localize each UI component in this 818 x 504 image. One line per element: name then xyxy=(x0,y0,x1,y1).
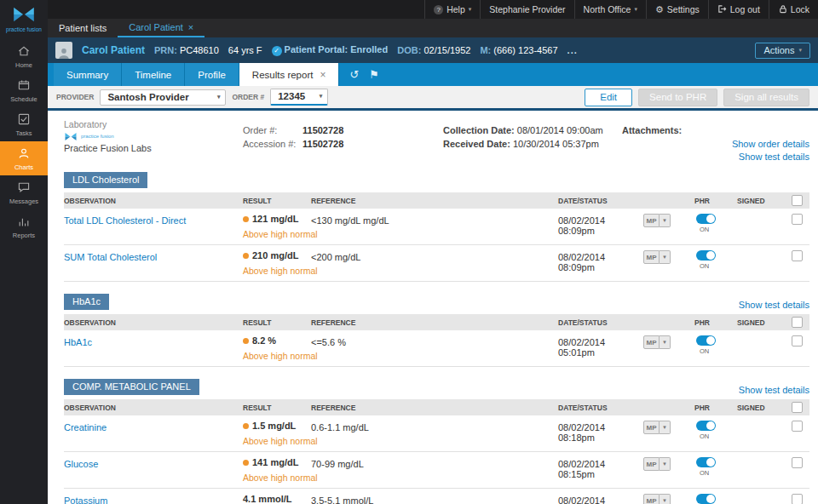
select-all-checkbox[interactable] xyxy=(792,317,803,328)
tab-label: Summary xyxy=(66,70,108,80)
sidebar-item-label: Messages xyxy=(0,198,48,205)
table-header: OBSERVATION RESULT REFERENCE DATE/STATUS… xyxy=(64,399,809,415)
observation-link[interactable]: Glucose xyxy=(64,459,98,469)
col-signed: SIGNED xyxy=(737,318,788,327)
patient-name[interactable]: Carol Patient xyxy=(82,44,145,56)
messages-icon xyxy=(17,186,31,196)
phr-toggle[interactable] xyxy=(696,335,716,346)
logout-button[interactable]: Log out xyxy=(708,0,769,19)
mp-button[interactable]: MP▼ xyxy=(643,250,694,264)
mp-button[interactable]: MP▼ xyxy=(643,494,694,504)
mp-button[interactable]: MP▼ xyxy=(643,421,694,434)
flag-icon[interactable]: ⚑ xyxy=(369,68,379,81)
patient-age-sex: 64 yrs F xyxy=(228,45,262,55)
results-toolbar: PROVIDER Santosh Provider ▾ ORDER # 1234… xyxy=(48,86,818,111)
show-order-details-link[interactable]: Show order details xyxy=(732,138,809,151)
table-row: Potassium 4.1 mmol/L 3.5-5.1 mmol/L 08/0… xyxy=(64,489,809,504)
observation-link[interactable]: SUM Total Cholesterol xyxy=(64,252,157,262)
order-number-label: ORDER # xyxy=(232,93,264,101)
sidebar-item-charts[interactable]: Charts xyxy=(0,141,48,175)
provider-select[interactable]: Santosh Provider ▾ xyxy=(100,89,226,106)
history-icon[interactable]: ↺ xyxy=(349,68,359,81)
row-checkbox[interactable] xyxy=(792,421,803,432)
sidebar-item-schedule[interactable]: Schedule xyxy=(0,73,48,107)
show-test-details-link[interactable]: Show test details xyxy=(732,151,809,163)
sidebar-item-home[interactable]: Home xyxy=(0,39,48,73)
col-signed: SIGNED xyxy=(737,404,788,412)
abnormal-dot-icon xyxy=(243,423,249,429)
edit-button[interactable]: Edit xyxy=(585,89,632,106)
section-title-badge: COMP. METABOLIC PANEL xyxy=(64,379,199,395)
more-button[interactable]: ... xyxy=(567,45,578,55)
reference-range: <=5.6 % xyxy=(311,335,558,347)
phr-toggle[interactable] xyxy=(696,421,716,431)
row-checkbox[interactable] xyxy=(792,214,803,225)
home-icon xyxy=(17,49,31,60)
result-value: 8.2 % xyxy=(252,335,276,346)
close-icon[interactable]: × xyxy=(188,22,193,32)
result-value: 1.5 mg/dL xyxy=(252,421,296,431)
row-checkbox[interactable] xyxy=(792,457,803,468)
col-phr: PHR xyxy=(694,318,737,327)
tab-timeline[interactable]: Timeline xyxy=(122,63,185,86)
results-content: Laboratory practice fusion Practice Fusi… xyxy=(48,111,818,504)
reference-range: <200 mg/dL xyxy=(311,250,558,262)
order-number-select[interactable]: 12345 ▾ xyxy=(270,89,328,106)
lab-identity: Laboratory practice fusion Practice Fusi… xyxy=(64,119,234,153)
tab-patient-lists[interactable]: Patient lists xyxy=(48,19,118,37)
chevron-down-icon: ▾ xyxy=(320,93,323,100)
help-icon: ? xyxy=(434,5,443,14)
abnormal-dot-icon xyxy=(243,460,249,466)
observation-link[interactable]: Total LDL Cholesterol - Direct xyxy=(64,215,186,226)
settings-label: Settings xyxy=(667,4,700,14)
observation-link[interactable]: Potassium xyxy=(64,495,107,504)
table-header: OBSERVATION RESULT REFERENCE DATE/STATUS… xyxy=(64,192,809,209)
row-checkbox[interactable] xyxy=(792,335,803,346)
settings-button[interactable]: ⚙ Settings xyxy=(646,0,708,19)
select-all-checkbox[interactable] xyxy=(792,195,803,206)
office-selector[interactable]: North Office ▾ xyxy=(574,0,646,19)
phr-toggle[interactable] xyxy=(696,457,716,467)
reference-range: 3.5-5.1 mmol/L xyxy=(311,494,558,504)
date-status: 08/02/2014 05:01pm xyxy=(558,335,643,358)
sidebar-item-label: Tasks xyxy=(0,129,48,137)
sidebar-item-tasks[interactable]: Tasks xyxy=(0,107,48,141)
detail-links: Show order details Show test details xyxy=(732,138,809,163)
current-user[interactable]: Stephanie Provider xyxy=(480,0,573,19)
tab-carol-patient[interactable]: Carol Patient × xyxy=(118,19,204,37)
phr-toggle[interactable] xyxy=(696,250,716,261)
row-checkbox[interactable] xyxy=(792,250,803,261)
select-all-checkbox[interactable] xyxy=(792,402,803,413)
check-circle-icon: ✓ xyxy=(272,46,282,56)
show-test-details-link[interactable]: Show test details xyxy=(739,300,809,310)
mp-button[interactable]: MP▼ xyxy=(643,457,694,471)
close-icon[interactable]: × xyxy=(320,69,325,81)
portal-label: Patient Portal: Enrolled xyxy=(285,44,389,54)
phr-toggle[interactable] xyxy=(696,494,716,504)
sidebar-item-label: Reports xyxy=(0,232,48,239)
lock-button[interactable]: Lock xyxy=(769,0,818,19)
observation-link[interactable]: HbA1c xyxy=(64,337,92,347)
actions-button[interactable]: Actions ▾ xyxy=(755,43,810,59)
lock-icon xyxy=(778,4,787,15)
prn-label: PRN: xyxy=(154,45,177,55)
abnormal-dot-icon xyxy=(243,253,249,259)
row-checkbox[interactable] xyxy=(792,494,803,504)
sidebar-item-messages[interactable]: Messages xyxy=(0,175,48,209)
mp-label: MP xyxy=(643,335,660,349)
sidebar-item-reports[interactable]: Reports xyxy=(0,209,48,243)
dob-value: 02/15/1952 xyxy=(423,45,470,55)
table-header: OBSERVATION RESULT REFERENCE DATE/STATUS… xyxy=(64,314,809,330)
reports-icon xyxy=(17,220,31,230)
tab-summary[interactable]: Summary xyxy=(54,63,122,86)
phone-label: M: xyxy=(480,45,491,55)
tab-profile[interactable]: Profile xyxy=(185,63,239,86)
observation-link[interactable]: Creatinine xyxy=(64,422,107,432)
top-bar: ? Help ▾ Stephanie Provider North Office… xyxy=(48,0,818,19)
show-test-details-link[interactable]: Show test details xyxy=(739,385,809,395)
mp-button[interactable]: MP▼ xyxy=(643,335,694,349)
tab-results-report[interactable]: Results report × xyxy=(239,63,340,86)
mp-button[interactable]: MP▼ xyxy=(643,214,694,227)
phr-toggle[interactable] xyxy=(696,214,716,224)
help-menu[interactable]: ? Help ▾ xyxy=(424,0,480,19)
